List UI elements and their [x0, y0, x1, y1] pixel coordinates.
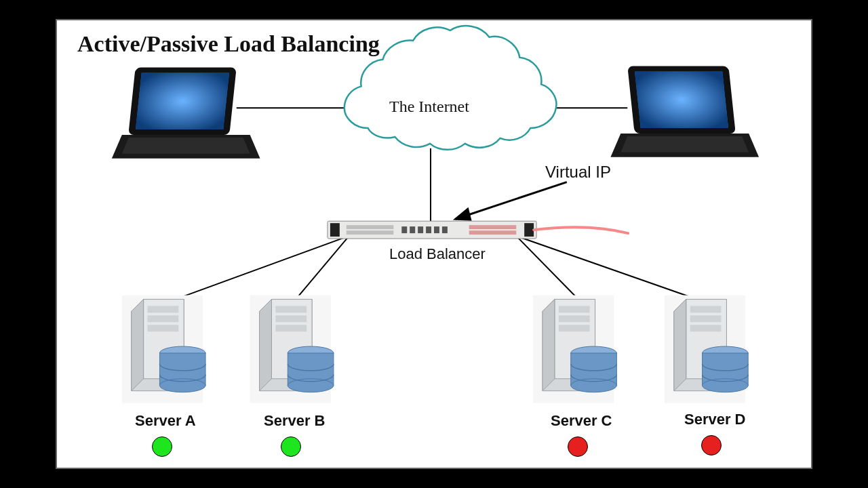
svg-line-6	[516, 236, 708, 303]
server-b-label: Server B	[264, 412, 326, 430]
server-d-icon	[665, 296, 748, 403]
servers-group	[122, 296, 748, 403]
status-dot-d	[701, 435, 722, 455]
load-balancer-icon	[328, 221, 628, 239]
server-d-label: Server D	[684, 411, 746, 428]
laptop-left-icon	[112, 68, 260, 159]
svg-rect-23	[347, 225, 394, 229]
diagram-page: Active/Passive Load Balancing	[56, 19, 812, 469]
cloud-icon	[344, 26, 557, 150]
svg-rect-26	[410, 226, 415, 233]
server-c-icon	[533, 296, 616, 403]
status-dot-b	[281, 436, 301, 457]
svg-rect-28	[426, 226, 431, 233]
svg-marker-12	[122, 138, 250, 154]
cloud-label: The Internet	[389, 98, 469, 116]
svg-rect-15	[635, 72, 728, 128]
server-a-label: Server A	[135, 412, 196, 430]
status-dot-a	[152, 436, 172, 457]
server-a-icon	[122, 296, 205, 403]
svg-rect-24	[347, 230, 394, 235]
svg-rect-22	[524, 223, 534, 237]
svg-marker-19	[456, 209, 471, 220]
server-b-icon	[250, 296, 334, 403]
virtual-ip-arrow-icon	[456, 182, 567, 220]
virtual-ip-label: Virtual IP	[545, 163, 611, 182]
server-c-label: Server C	[551, 412, 612, 430]
svg-rect-29	[434, 226, 439, 233]
svg-rect-21	[330, 223, 340, 237]
svg-rect-27	[418, 226, 423, 233]
laptop-right-icon	[610, 66, 759, 157]
status-dot-c	[568, 436, 588, 457]
load-balancer-label: Load Balancer	[389, 245, 486, 263]
svg-rect-32	[469, 230, 517, 235]
svg-marker-17	[620, 136, 749, 152]
svg-rect-20	[328, 221, 536, 239]
diagram-canvas	[57, 20, 811, 468]
svg-rect-31	[469, 225, 517, 229]
svg-line-5	[516, 236, 582, 303]
svg-line-18	[456, 182, 567, 220]
svg-rect-30	[442, 226, 448, 233]
svg-rect-10	[136, 73, 229, 129]
svg-rect-25	[401, 226, 407, 233]
